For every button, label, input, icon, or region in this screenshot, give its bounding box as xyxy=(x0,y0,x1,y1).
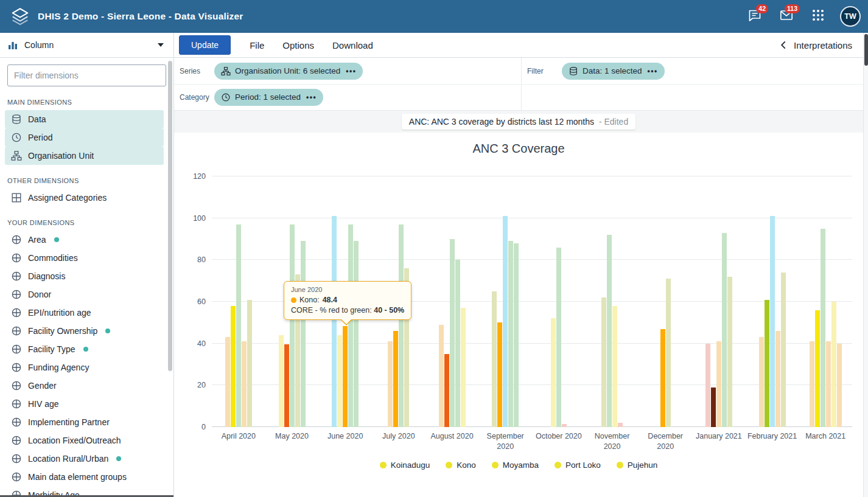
page-scrollbar[interactable] xyxy=(863,33,868,497)
messages-button[interactable]: 42 xyxy=(743,5,767,27)
dimension-item-implementing-partner[interactable]: Implementing Partner xyxy=(5,413,164,431)
dimension-item-facility-type[interactable]: Facility Type xyxy=(5,340,164,358)
bar[interactable] xyxy=(455,260,460,427)
bar[interactable] xyxy=(666,279,671,427)
dimension-item-organisation-unit[interactable]: Organisation Unit xyxy=(5,147,164,165)
bar[interactable] xyxy=(781,273,786,427)
series-chip-organisation-unit[interactable]: Organisation Unit: 6 selected ••• xyxy=(214,63,363,80)
dimension-item-facility-ownership[interactable]: Facility Ownership xyxy=(5,322,164,340)
bar[interactable] xyxy=(837,344,842,427)
bar[interactable] xyxy=(722,233,727,427)
bar[interactable] xyxy=(399,224,404,427)
chevron-left-icon[interactable] xyxy=(774,36,793,54)
dimension-item-data[interactable]: Data xyxy=(5,110,164,128)
bar[interactable] xyxy=(705,344,710,427)
bar[interactable] xyxy=(295,274,300,427)
menu-file[interactable]: File xyxy=(240,35,273,56)
chip-context-menu-button[interactable]: ••• xyxy=(346,67,356,75)
dimension-item-gender[interactable]: Gender xyxy=(5,377,164,395)
bar[interactable] xyxy=(388,341,393,427)
chip-context-menu-button[interactable]: ••• xyxy=(306,93,317,102)
dimension-item-location-rural-urban[interactable]: Location Rural/Urban xyxy=(5,450,164,468)
bar[interactable] xyxy=(556,248,561,427)
user-avatar[interactable]: TW xyxy=(840,6,861,27)
bar[interactable] xyxy=(332,216,337,427)
dhis2-logo[interactable] xyxy=(10,6,30,27)
bar[interactable] xyxy=(831,302,836,427)
menu-download[interactable]: Download xyxy=(323,35,382,56)
interpretations-toggle[interactable]: Interpretations xyxy=(794,40,857,50)
bar[interactable] xyxy=(497,322,502,427)
bar[interactable] xyxy=(231,306,236,427)
filter-chip-data[interactable]: Data: 1 selected ••• xyxy=(562,63,665,80)
update-button[interactable]: Update xyxy=(179,35,231,55)
bar[interactable] xyxy=(503,216,508,427)
dimension-item-hiv-age[interactable]: HIV age xyxy=(5,395,164,413)
dimension-item-period[interactable]: Period xyxy=(5,128,164,147)
bar[interactable] xyxy=(301,241,306,427)
sidebar-scrollbar[interactable] xyxy=(168,61,172,371)
bar[interactable] xyxy=(775,331,780,427)
bar[interactable] xyxy=(492,291,497,427)
bar[interactable] xyxy=(439,325,444,427)
bar[interactable] xyxy=(607,235,612,427)
bar[interactable] xyxy=(450,239,455,427)
bar[interactable] xyxy=(716,341,721,427)
bar[interactable] xyxy=(815,310,820,427)
dimension-item-epi-nutrition-age[interactable]: EPI/nutrition age xyxy=(5,304,164,322)
bar[interactable] xyxy=(284,344,289,427)
bar[interactable] xyxy=(290,224,295,427)
filter-dimensions-input[interactable] xyxy=(7,64,166,86)
bar[interactable] xyxy=(444,354,449,427)
bar[interactable] xyxy=(562,424,567,427)
dimension-item-location-fixed-outreach[interactable]: Location Fixed/Outreach xyxy=(5,431,164,450)
bar[interactable] xyxy=(810,341,814,427)
bar[interactable] xyxy=(337,335,342,427)
bar[interactable] xyxy=(247,300,252,427)
chip-context-menu-button[interactable]: ••• xyxy=(648,67,658,75)
scrollbar-thumb[interactable] xyxy=(864,34,868,66)
category-chip-period[interactable]: Period: 1 selected ••• xyxy=(214,89,323,106)
bar[interactable] xyxy=(821,229,825,427)
bar[interactable] xyxy=(514,243,519,427)
dimension-item-assigned-categories[interactable]: Assigned Categories xyxy=(5,189,164,207)
legend-item-kono[interactable]: Kono xyxy=(446,461,476,470)
menu-options[interactable]: Options xyxy=(273,35,323,56)
bar[interactable] xyxy=(242,341,247,427)
bar[interactable] xyxy=(354,241,359,427)
bar[interactable] xyxy=(343,326,348,427)
bar[interactable] xyxy=(225,337,230,427)
bar[interactable] xyxy=(711,388,716,427)
chart-type-selector[interactable]: Column xyxy=(0,33,173,58)
legend-item-koinadugu[interactable]: Koinadugu xyxy=(380,461,430,470)
dimension-item-commodities[interactable]: Commodities xyxy=(5,249,164,267)
bar[interactable] xyxy=(727,277,732,427)
bar[interactable] xyxy=(508,241,513,427)
legend-item-port-loko[interactable]: Port Loko xyxy=(555,461,601,470)
dimension-item-main-data-element-groups[interactable]: Main data element groups xyxy=(5,468,164,486)
bar[interactable] xyxy=(393,331,398,427)
bar[interactable] xyxy=(759,337,764,427)
apps-menu-button[interactable] xyxy=(806,5,830,27)
bar[interactable] xyxy=(601,297,606,427)
bar[interactable] xyxy=(551,318,556,427)
bar[interactable] xyxy=(612,306,617,427)
bar[interactable] xyxy=(660,329,665,427)
bar[interactable] xyxy=(461,308,466,427)
dimension-item-area[interactable]: Area xyxy=(5,231,164,249)
bar[interactable] xyxy=(279,335,284,427)
dimension-item-funding-agency[interactable]: Funding Agency xyxy=(5,358,164,377)
bar[interactable] xyxy=(618,423,623,427)
dimension-item-donor[interactable]: Donor xyxy=(5,285,164,304)
dimension-item-diagnosis[interactable]: Diagnosis xyxy=(5,267,164,285)
bar[interactable] xyxy=(826,341,831,427)
bar[interactable] xyxy=(770,216,775,427)
mail-button[interactable]: 113 xyxy=(774,5,799,27)
bar[interactable] xyxy=(348,224,353,427)
legend-item-pujehun[interactable]: Pujehun xyxy=(617,461,658,470)
bar[interactable] xyxy=(404,268,409,427)
x-axis-category: November 2020 xyxy=(586,431,639,452)
bar[interactable] xyxy=(765,300,769,427)
legend-item-moyamba[interactable]: Moyamba xyxy=(492,461,539,470)
bar[interactable] xyxy=(236,224,241,427)
